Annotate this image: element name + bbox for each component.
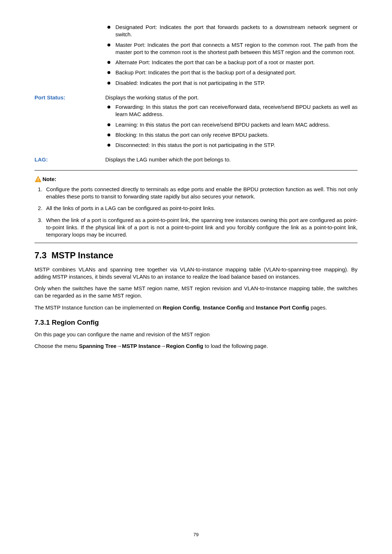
bullet-list-port-status: Forwarding: In this status the port can … bbox=[105, 103, 358, 149]
note-list: Configure the ports connected directly t… bbox=[34, 186, 358, 239]
definition-row-lag: LAG: Displays the LAG number which the p… bbox=[34, 156, 358, 165]
section-heading: 7.3 MSTP Instance bbox=[34, 250, 358, 261]
text: pages. bbox=[309, 304, 327, 311]
definition-label-empty bbox=[34, 24, 105, 90]
page-number: 79 bbox=[0, 532, 392, 538]
definition-row-port-status: Port Status: Displays the working status… bbox=[34, 94, 358, 152]
text: , bbox=[200, 304, 203, 311]
bold-text: Region Config bbox=[163, 304, 200, 311]
note-header: Note: bbox=[34, 176, 358, 183]
section-paragraph: Only when the switches have the same MST… bbox=[34, 285, 358, 300]
page-container: Designated Port: Indicates the port that… bbox=[0, 0, 392, 554]
section-number: 7.3 bbox=[34, 250, 46, 260]
bullet-item: Disabled: Indicates the port that is not… bbox=[105, 79, 358, 87]
bullet-list-top: Designated Port: Indicates the port that… bbox=[105, 24, 358, 87]
lag-body: Displays the LAG number which the port b… bbox=[105, 156, 358, 165]
text: and bbox=[244, 304, 256, 311]
warning-icon bbox=[34, 176, 42, 183]
separator-top bbox=[34, 170, 358, 171]
note-item: When the link of a port is configured as… bbox=[44, 217, 358, 239]
note-label: Note: bbox=[42, 176, 56, 183]
lag-label: LAG: bbox=[34, 156, 105, 165]
port-status-body: Displays the working status of the port.… bbox=[105, 94, 358, 152]
bullet-item: Designated Port: Indicates the port that… bbox=[105, 24, 358, 38]
bullet-item: Disconnected: In this status the port is… bbox=[105, 141, 358, 149]
bullet-item: Alternate Port: Indicates the port that … bbox=[105, 59, 358, 66]
lag-desc: Displays the LAG number which the port b… bbox=[105, 156, 358, 163]
bullet-item: Blocking: In this status the port can on… bbox=[105, 131, 358, 139]
subsection-title: Region Config bbox=[52, 319, 99, 326]
note-item: All the links of ports in a LAG can be c… bbox=[44, 205, 358, 212]
section-title: MSTP Instance bbox=[52, 250, 113, 260]
subsection-paragraph: Choose the menu Spanning Tree→MSTP Insta… bbox=[34, 342, 358, 350]
subsection-paragraph: On this page you can configure the name … bbox=[34, 331, 358, 338]
section-paragraph: The MSTP Instance function can be implem… bbox=[34, 304, 358, 311]
svg-rect-2 bbox=[38, 181, 38, 181]
definition-row-top: Designated Port: Indicates the port that… bbox=[34, 24, 358, 90]
subsection-number: 7.3.1 bbox=[34, 319, 50, 326]
bullet-item: Learning: In this status the port can re… bbox=[105, 121, 358, 128]
note-item: Configure the ports connected directly t… bbox=[44, 186, 358, 201]
svg-rect-1 bbox=[38, 178, 38, 180]
bullet-item: Backup Port: Indicates the port that is … bbox=[105, 69, 358, 76]
bullet-item: Forwarding: In this status the port can … bbox=[105, 103, 358, 118]
bullet-item: Master Port: Indicates the port that con… bbox=[105, 41, 358, 56]
bold-text: Spanning Tree→MSTP Instance→Region Confi… bbox=[79, 343, 203, 349]
definition-body-top: Designated Port: Indicates the port that… bbox=[105, 24, 358, 90]
separator-bottom bbox=[34, 243, 358, 243]
text: to load the following page. bbox=[203, 343, 268, 349]
text: The MSTP Instance function can be implem… bbox=[34, 304, 163, 311]
port-status-label: Port Status: bbox=[34, 94, 105, 152]
bold-text: Instance Config bbox=[203, 304, 244, 311]
port-status-desc: Displays the working status of the port. bbox=[105, 94, 358, 101]
bold-text: Instance Port Config bbox=[256, 304, 309, 311]
section-paragraph: MSTP combines VLANs and spanning tree to… bbox=[34, 266, 358, 281]
subsection-heading: 7.3.1 Region Config bbox=[34, 318, 358, 327]
text: Choose the menu bbox=[34, 343, 79, 349]
